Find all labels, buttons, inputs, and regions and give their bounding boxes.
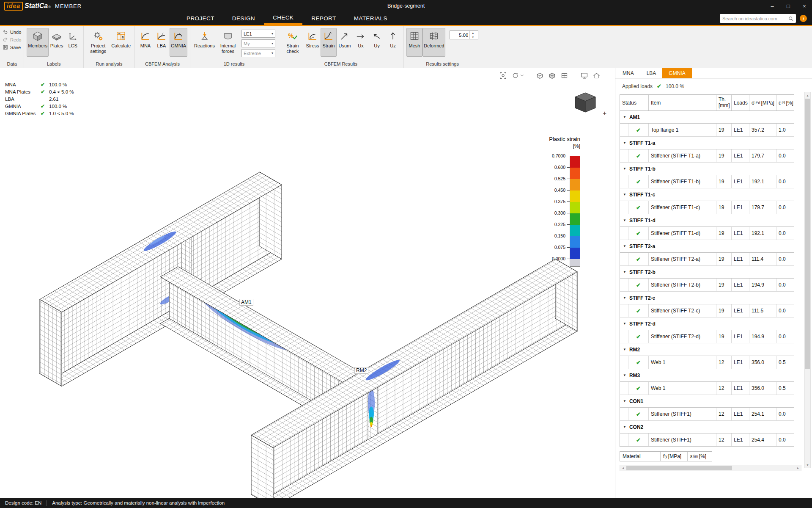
zoom-fit-icon[interactable]: [499, 72, 507, 80]
collapse-triangle-icon[interactable]: ▼: [623, 322, 626, 326]
navigation-cube[interactable]: +: [572, 90, 602, 121]
deformed-scale-stepper[interactable]: ▴ ▾: [450, 30, 478, 39]
result-group-row[interactable]: ▼STIFF T2-c: [620, 292, 794, 304]
search-box[interactable]: [720, 14, 796, 23]
result-group-row[interactable]: ▼AM1: [620, 111, 794, 124]
orbit-view-icon[interactable]: [511, 72, 524, 80]
help-icon[interactable]: i: [800, 15, 807, 22]
strain-check-button[interactable]: % Strain check: [281, 28, 304, 57]
collapse-triangle-icon[interactable]: ▼: [623, 296, 626, 300]
close-button[interactable]: ×: [801, 3, 808, 9]
uy-button[interactable]: Uy: [369, 28, 385, 57]
redo-button[interactable]: Redo: [3, 37, 21, 42]
gmnia-button[interactable]: GMNIA: [170, 28, 187, 57]
menu-design[interactable]: DESIGN: [223, 12, 264, 25]
calculate-button[interactable]: Calculate: [110, 28, 132, 57]
stepper-down-icon[interactable]: ▾: [470, 35, 476, 39]
plates-button[interactable]: Plates: [49, 28, 65, 57]
scroll-left-icon[interactable]: ◂: [620, 465, 626, 471]
home-view-icon[interactable]: [593, 72, 601, 80]
collapse-triangle-icon[interactable]: ▼: [623, 115, 626, 119]
result-row[interactable]: ✔Stiffener (STIFF T1-c)19LE1179.70.0: [620, 201, 794, 214]
mna-button[interactable]: MNA: [137, 28, 154, 57]
result-row[interactable]: ✔Stiffener (STIFF T2-c)19LE1111.50.0: [620, 304, 794, 318]
ux-button[interactable]: Ux: [353, 28, 369, 57]
scrollbar-thumb[interactable]: [805, 99, 810, 369]
result-row[interactable]: ✔Top flange 119LE1357.21.0: [620, 124, 794, 137]
stepper-up-icon[interactable]: ▴: [470, 31, 476, 35]
collapse-triangle-icon[interactable]: ▼: [623, 167, 626, 171]
result-group-row[interactable]: ▼STIFF T1-b: [620, 163, 794, 175]
menu-project[interactable]: PROJECT: [178, 12, 223, 25]
result-group-row[interactable]: ▼STIFF T1-a: [620, 137, 794, 149]
vertical-scrollbar[interactable]: ▴ ▾: [804, 92, 811, 468]
display-settings-icon[interactable]: [580, 72, 588, 80]
result-group-row[interactable]: ▼CON2: [620, 421, 794, 433]
zoom-in-icon[interactable]: +: [603, 109, 606, 116]
result-group-row[interactable]: ▼CON1: [620, 395, 794, 408]
result-group-row[interactable]: ▼RM2: [620, 343, 794, 356]
result-row[interactable]: ✔Stiffener (STIFF T1-a)19LE1179.70.0: [620, 149, 794, 163]
tab-mna[interactable]: MNA: [616, 68, 640, 78]
collapse-triangle-icon[interactable]: ▼: [623, 244, 626, 248]
load-effect-select[interactable]: LE1 ▾: [241, 30, 275, 38]
minimize-button[interactable]: –: [769, 3, 776, 9]
result-group-row[interactable]: ▼STIFF T1-c: [620, 188, 794, 201]
extreme-select[interactable]: Extreme ▾: [241, 49, 275, 57]
collapse-triangle-icon[interactable]: ▼: [623, 218, 626, 222]
result-row[interactable]: ✔Stiffener (STIFF T2-b)19LE1194.90.0: [620, 279, 794, 292]
scroll-up-icon[interactable]: ▴: [805, 92, 810, 98]
lba-button[interactable]: LBA: [154, 28, 170, 57]
menu-check[interactable]: CHECK: [264, 12, 302, 25]
deformed-button[interactable]: Deformed: [422, 28, 445, 57]
collapse-triangle-icon[interactable]: ▼: [623, 373, 626, 377]
wireframe-view-icon[interactable]: [536, 72, 544, 80]
shaded-view-icon[interactable]: [548, 72, 556, 80]
collapse-triangle-icon[interactable]: ▼: [623, 270, 626, 274]
tab-gmnia[interactable]: GMNIA: [662, 68, 691, 78]
undo-button[interactable]: Undo: [3, 29, 21, 35]
collapse-triangle-icon[interactable]: ▼: [623, 193, 626, 196]
scroll-down-icon[interactable]: ▾: [805, 462, 810, 468]
result-group-row[interactable]: ▼STIFF T2-a: [620, 240, 794, 253]
collapse-triangle-icon[interactable]: ▼: [623, 348, 626, 351]
uz-button[interactable]: Uz: [385, 28, 401, 57]
result-row[interactable]: ✔Web 112LE1356.00.5: [620, 382, 794, 395]
project-settings-button[interactable]: Project settings: [86, 28, 110, 57]
result-row[interactable]: ✔Stiffener (STIFF1)12LE1254.40.0: [620, 433, 794, 447]
collapse-triangle-icon[interactable]: ▼: [623, 425, 626, 429]
usum-button[interactable]: Usum: [337, 28, 353, 57]
lcs-button[interactable]: LCS: [65, 28, 81, 57]
result-group-row[interactable]: ▼STIFF T2-d: [620, 318, 794, 330]
stress-button[interactable]: Stress: [304, 28, 321, 57]
result-group-row[interactable]: ▼RM3: [620, 369, 794, 382]
collapse-triangle-icon[interactable]: ▼: [623, 141, 626, 145]
force-component-select[interactable]: My ▾: [241, 39, 275, 47]
members-button[interactable]: Members: [27, 28, 49, 57]
model-3d-view[interactable]: [0, 68, 615, 498]
result-group-row[interactable]: ▼STIFF T2-b: [620, 266, 794, 279]
menu-materials[interactable]: MATERIALS: [345, 12, 396, 25]
save-button[interactable]: Save: [3, 44, 21, 50]
result-row[interactable]: ✔Stiffener (STIFF T2-d)19LE1194.90.0: [620, 330, 794, 343]
result-group-row[interactable]: ▼STIFF T1-d: [620, 214, 794, 227]
internal-forces-button[interactable]: Internal forces: [216, 28, 240, 57]
search-input[interactable]: [722, 16, 788, 21]
result-row[interactable]: ✔Web 112LE1356.00.5: [620, 356, 794, 369]
tab-lba[interactable]: LBA: [640, 68, 663, 78]
deformed-scale-input[interactable]: [450, 33, 469, 38]
menu-report[interactable]: REPORT: [302, 12, 345, 25]
result-row[interactable]: ✔Stiffener (STIFF T2-a)19LE1111.40.0: [620, 253, 794, 266]
horizontal-scrollbar[interactable]: ◂ ▸: [620, 465, 801, 471]
section-view-icon[interactable]: [560, 72, 568, 80]
collapse-triangle-icon[interactable]: ▼: [623, 399, 626, 403]
result-row[interactable]: ✔Stiffener (STIFF T1-b)19LE1192.10.0: [620, 175, 794, 188]
result-row[interactable]: ✔Stiffener (STIFF1)12LE1254.10.0: [620, 408, 794, 421]
result-row[interactable]: ✔Stiffener (STIFF T1-d)19LE1192.10.0: [620, 227, 794, 240]
scrollbar-thumb[interactable]: [626, 466, 732, 470]
reactions-button[interactable]: Reactions: [193, 28, 216, 57]
mesh-button[interactable]: Mesh: [406, 28, 422, 57]
strain-button[interactable]: Strain: [321, 28, 337, 57]
model-viewport[interactable]: MNA✔100.0 %MNA Plates✔0.4 < 5.0 %LBA✔2.6…: [0, 68, 615, 498]
maximize-button[interactable]: □: [785, 3, 792, 9]
